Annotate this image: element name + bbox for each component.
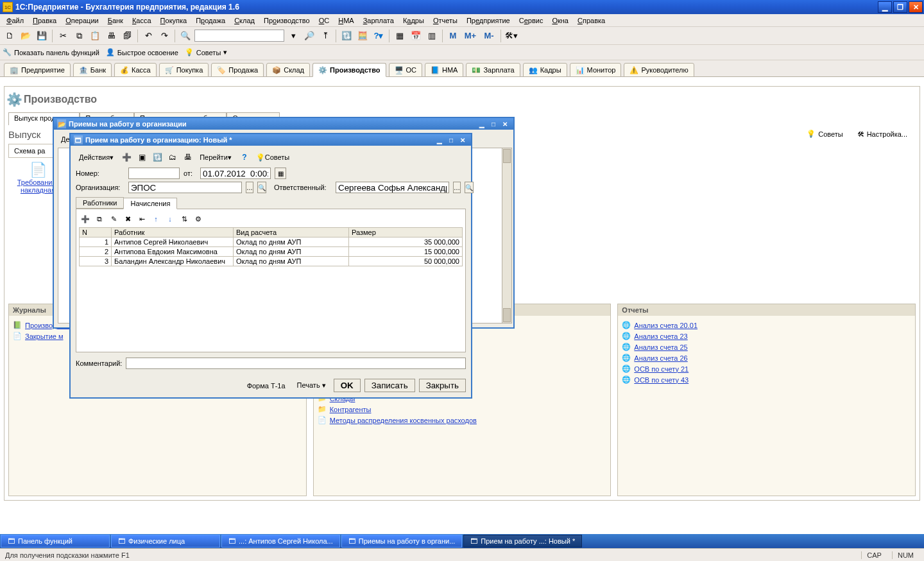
new-doc-icon[interactable]: 🗋 (3, 29, 17, 43)
print-icon[interactable]: 🖶 (104, 29, 118, 43)
print-dropdown[interactable]: Печать ▾ (293, 380, 330, 391)
task-item-1[interactable]: 🗔Физические лица (111, 535, 220, 548)
navtab-12[interactable]: ⚠️Руководителю (624, 63, 694, 77)
task-item-3[interactable]: 🗔Приемы на работу в органи... (341, 535, 463, 548)
menu-нма[interactable]: НМА (334, 15, 357, 26)
input-resp[interactable] (336, 182, 449, 193)
window-minimize[interactable]: ▁ (878, 1, 892, 13)
save-icon[interactable]: 💾 (35, 29, 49, 43)
goto-dropdown[interactable]: Перейти ▾ (196, 151, 236, 164)
accruals-table[interactable]: N Работник Вид расчета Размер 1Антипов С… (79, 227, 463, 266)
quick-start[interactable]: 👤Быстрое освоение (106, 48, 178, 57)
undo-icon[interactable]: ↶ (141, 29, 155, 43)
report-link-2[interactable]: Анализ счета 25 (634, 343, 687, 351)
report-link-0[interactable]: Анализ счета 20.01 (634, 322, 697, 329)
window-restore[interactable]: ❐ (893, 1, 907, 13)
calc-icon[interactable]: 🧮 (355, 29, 370, 43)
search-up-icon[interactable]: ⤒ (318, 29, 332, 43)
modal1-titlebar[interactable]: 📂 Приемы на работу в организации ▁ □ ✕ (54, 118, 513, 130)
navtab-6[interactable]: ⚙️Производство (312, 63, 386, 77)
menu-окна[interactable]: Окна (548, 15, 572, 26)
navtab-3[interactable]: 🛒Покупка (159, 63, 209, 77)
input-comment[interactable] (126, 358, 466, 369)
show-func-panel[interactable]: 🔧Показать панель функций (3, 48, 99, 57)
col-type[interactable]: Вид расчета (234, 228, 349, 237)
input-org[interactable] (128, 182, 242, 193)
modal2-minimize[interactable]: ▁ (434, 135, 445, 144)
modal1-minimize[interactable]: ▁ (477, 119, 487, 128)
cut-icon[interactable]: ✂ (56, 29, 70, 43)
m-button[interactable]: M (446, 29, 460, 43)
menu-предприятие[interactable]: Предприятие (463, 15, 514, 26)
form-t1a[interactable]: Форма Т-1а (243, 381, 289, 391)
input-number[interactable] (128, 168, 180, 179)
navtab-9[interactable]: 💵Зарплата (466, 63, 520, 77)
menu-сервис[interactable]: Сервис (515, 15, 547, 26)
menu-файл[interactable]: Файл (3, 15, 28, 26)
row-filter-icon[interactable]: ⚙ (192, 213, 205, 225)
close-button[interactable]: Закрыть (419, 379, 466, 392)
org-open-icon[interactable]: 🔍 (257, 182, 266, 193)
navtab-4[interactable]: 🏷️Продажа (211, 63, 264, 77)
row-edit-icon[interactable]: ✎ (107, 213, 120, 225)
resp-open-icon[interactable]: 🔍 (465, 182, 474, 193)
row-up-icon[interactable]: ↑ (150, 213, 162, 225)
modal2-maximize[interactable]: □ (446, 135, 456, 144)
row-copy-icon[interactable]: ⧉ (93, 213, 106, 225)
search-input[interactable] (194, 30, 284, 42)
navtab-11[interactable]: 📊Монитор (570, 63, 622, 77)
modal1-maximize[interactable]: □ (488, 119, 499, 128)
menu-зарплата[interactable]: Зарплата (359, 15, 398, 26)
report-link-3[interactable]: Анализ счета 26 (634, 354, 687, 362)
structure-icon[interactable]: 🗂 (166, 151, 180, 164)
actions-dropdown[interactable]: Действия ▾ (76, 151, 118, 164)
modal1-close[interactable]: ✕ (500, 119, 510, 128)
table-row[interactable]: 1Антипов Сергей НиколаевичОклад по дням … (80, 237, 463, 247)
search-icon[interactable]: 🔍 (178, 29, 193, 43)
menu-правка[interactable]: Правка (29, 15, 60, 26)
modal2-close[interactable]: ✕ (458, 135, 468, 144)
report-link-5[interactable]: ОСВ по счету 43 (634, 376, 689, 384)
modal2-titlebar[interactable]: 🗔 Прием на работу в организацию: Новый *… (71, 134, 471, 146)
tab-accruals[interactable]: Начисления (123, 198, 177, 209)
calendar-picker-icon[interactable]: ▦ (275, 168, 286, 179)
menu-покупка[interactable]: Покупка (157, 15, 191, 26)
window-close[interactable]: ✕ (909, 1, 923, 13)
journal-close-month[interactable]: Закрытие м (25, 332, 64, 340)
link-cost-methods[interactable]: Методы распределения косвенных расходов (330, 417, 477, 424)
calendar-icon[interactable]: 📅 (409, 29, 423, 43)
link-contragents[interactable]: Контрагенты (330, 406, 372, 413)
open-icon[interactable]: 📂 (19, 29, 33, 43)
report-link-4[interactable]: ОСВ по счету 21 (634, 365, 689, 373)
dropdown-icon[interactable]: ▾ (286, 29, 300, 43)
input-date[interactable] (200, 168, 271, 179)
help-icon[interactable]: ?▾ (372, 29, 386, 43)
menu-операции[interactable]: Операции (62, 15, 102, 26)
menu-справка[interactable]: Справка (574, 15, 609, 26)
task-item-4[interactable]: 🗔Прием на работу ...: Новый * (463, 535, 582, 548)
menu-производство[interactable]: Производство (260, 15, 314, 26)
ok-button[interactable]: OK (334, 379, 361, 392)
m-plus-button[interactable]: M+ (462, 29, 479, 43)
paste-icon[interactable]: 📋 (88, 29, 102, 43)
refresh-icon[interactable]: 🔃 (150, 151, 164, 164)
report-link-1[interactable]: Анализ счета 23 (634, 332, 687, 340)
menu-банк[interactable]: Банк (104, 15, 127, 26)
navtab-1[interactable]: 🏦Банк (73, 63, 112, 77)
table-row[interactable]: 3Баландин Александр НиколаевичОклад по д… (80, 257, 463, 266)
page-settings[interactable]: 🛠Настройка... (853, 128, 912, 140)
col-sum[interactable]: Размер (349, 228, 463, 237)
menu-ос[interactable]: ОС (315, 15, 334, 26)
copy-icon[interactable]: ⧉ (72, 29, 86, 43)
navtab-8[interactable]: 📘НМА (425, 63, 463, 77)
redo-icon[interactable]: ↷ (157, 29, 171, 43)
menu-склад[interactable]: Склад (230, 15, 259, 26)
row-sort-icon[interactable]: ⇅ (178, 213, 191, 225)
menu-касса[interactable]: Касса (128, 15, 155, 26)
refresh-icon[interactable]: 🔃 (339, 29, 354, 43)
row-first-icon[interactable]: ⇤ (135, 213, 148, 225)
modal1-scrollbar[interactable] (502, 148, 512, 324)
row-down-icon[interactable]: ↓ (164, 213, 176, 225)
save-button[interactable]: Записать (364, 379, 415, 392)
navtab-2[interactable]: 💰Касса (114, 63, 157, 77)
